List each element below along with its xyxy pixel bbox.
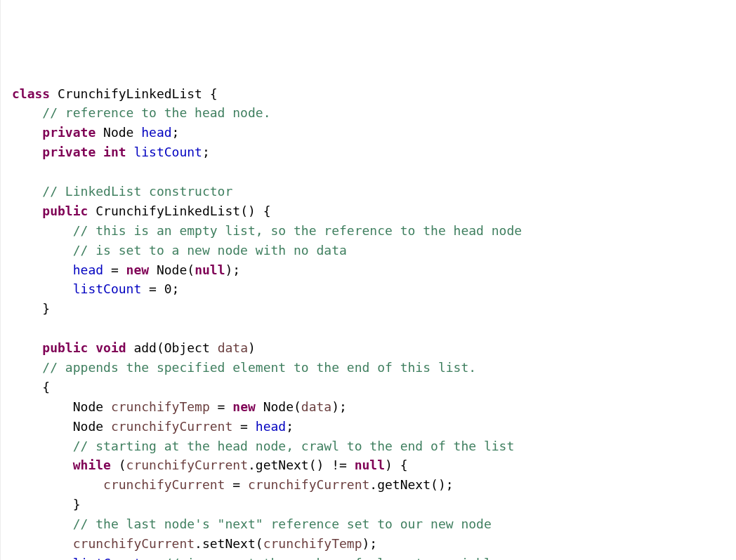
indent [12, 556, 73, 560]
code-line: private int listCount; [12, 145, 210, 159]
paren-close: ); [362, 536, 378, 551]
indent [12, 262, 73, 277]
keyword-null: null [355, 458, 385, 472]
var-crunchifycurrent: crunchifyCurrent [248, 477, 369, 492]
field-listcount: listCount [133, 145, 202, 159]
var-crunchifytemp: crunchifyTemp [111, 399, 210, 414]
indent [12, 340, 42, 355]
keyword-private: private [42, 125, 96, 140]
code-line: // starting at the head node, crawl to t… [12, 439, 514, 453]
indent [12, 145, 42, 159]
comment: // appends the specified element to the … [42, 360, 476, 375]
code-line: public CrunchifyLinkedList() { [12, 204, 270, 218]
semicolon: ; [202, 145, 210, 159]
indent [12, 204, 42, 218]
var-crunchifycurrent: crunchifyCurrent [126, 458, 248, 472]
field-listcount: listCount [73, 281, 142, 296]
brace: { [202, 86, 218, 101]
code-line: crunchifyCurrent.setNext(crunchifyTemp); [12, 536, 377, 551]
indent [12, 419, 73, 434]
assign-zero: = 0; [141, 281, 179, 296]
var-crunchifytemp: crunchifyTemp [263, 536, 362, 551]
keyword-int: int [96, 145, 133, 159]
code-block: class CrunchifyLinkedList { // reference… [12, 84, 725, 560]
code-line: private Node head; [12, 125, 179, 140]
code-line: } [12, 301, 50, 316]
type: Node [96, 125, 141, 140]
decl-pre: Node [73, 419, 111, 434]
code-line: public void add(Object data) [12, 340, 256, 355]
keyword-null: null [195, 262, 225, 277]
increment: ++; [141, 556, 164, 560]
var-crunchifycurrent: crunchifyCurrent [103, 477, 225, 492]
indent [12, 223, 73, 238]
field-head: head [256, 419, 286, 434]
comment: // increment the number of elements vari… [164, 556, 499, 560]
comment: // this is an empty list, so the referen… [73, 223, 522, 238]
eq: = [225, 477, 248, 492]
code-line: { [12, 380, 50, 394]
code-line: // LinkedList constructor [12, 184, 232, 199]
code-line: } [12, 497, 81, 512]
var-crunchifycurrent: crunchifyCurrent [73, 536, 195, 551]
indent [12, 458, 73, 472]
comment: // starting at the head node, crawl to t… [73, 439, 515, 453]
code-line: // reference to the head node. [12, 105, 270, 120]
indent [12, 380, 42, 394]
indent [12, 360, 42, 375]
var-crunchifycurrent: crunchifyCurrent [111, 419, 232, 434]
paren-close: ) [248, 340, 256, 355]
param-data: data [301, 399, 331, 414]
comment: // the last node's "next" reference set … [73, 516, 492, 531]
code-line: Node crunchifyCurrent = head; [12, 419, 294, 434]
class-name [50, 86, 58, 101]
code-line: class CrunchifyLinkedList { [12, 86, 218, 101]
comment: // is set to a new node with no data [73, 243, 347, 258]
code-line: listCount++;// increment the number of e… [12, 556, 499, 560]
eq: = [232, 419, 256, 434]
node-open: Node( [149, 262, 195, 277]
keyword-void: void [88, 340, 133, 355]
paren-open: ( [111, 458, 126, 472]
class-name-text: CrunchifyLinkedList [58, 86, 202, 101]
field-listcount: listCount [73, 556, 142, 560]
code-line: // the last node's "next" reference set … [12, 516, 492, 531]
keyword-new: new [232, 399, 256, 414]
semicolon: ; [286, 419, 294, 434]
node-close: ); [331, 399, 347, 414]
paren-close: ) { [385, 458, 408, 472]
blank-line [12, 164, 20, 179]
semicolon: ; [172, 125, 180, 140]
code-line: crunchifyCurrent = crunchifyCurrent.getN… [12, 477, 454, 492]
keyword-private: private [42, 145, 96, 159]
comment: // LinkedList constructor [42, 184, 232, 199]
indent [12, 497, 73, 512]
code-line: // is set to a new node with no data [12, 243, 347, 258]
keyword-while: while [73, 458, 111, 472]
code-line: head = new Node(null); [12, 262, 240, 277]
call-getnext: .getNext(); [369, 477, 453, 492]
node-open: Node( [256, 399, 301, 414]
brace: } [73, 497, 81, 512]
constructor-name: CrunchifyLinkedList() { [88, 204, 270, 218]
indent [12, 125, 42, 140]
field-head: head [73, 262, 103, 277]
eq: = [103, 262, 126, 277]
indent [12, 439, 73, 453]
code-line: Node crunchifyTemp = new Node(data); [12, 399, 347, 414]
keyword-class: class [12, 86, 50, 101]
keyword-new: new [126, 262, 150, 277]
param-data: data [218, 340, 248, 355]
method-add: add [133, 340, 157, 355]
blank-line [12, 321, 20, 335]
code-line: while (crunchifyCurrent.getNext() != nul… [12, 458, 408, 472]
brace: { [42, 380, 50, 394]
indent [12, 301, 42, 316]
indent [12, 281, 73, 296]
indent [12, 243, 73, 258]
node-close: ); [225, 262, 240, 277]
keyword-public: public [42, 204, 88, 218]
code-line: // this is an empty list, so the referen… [12, 223, 522, 238]
indent [12, 105, 42, 120]
code-line: listCount = 0; [12, 281, 179, 296]
